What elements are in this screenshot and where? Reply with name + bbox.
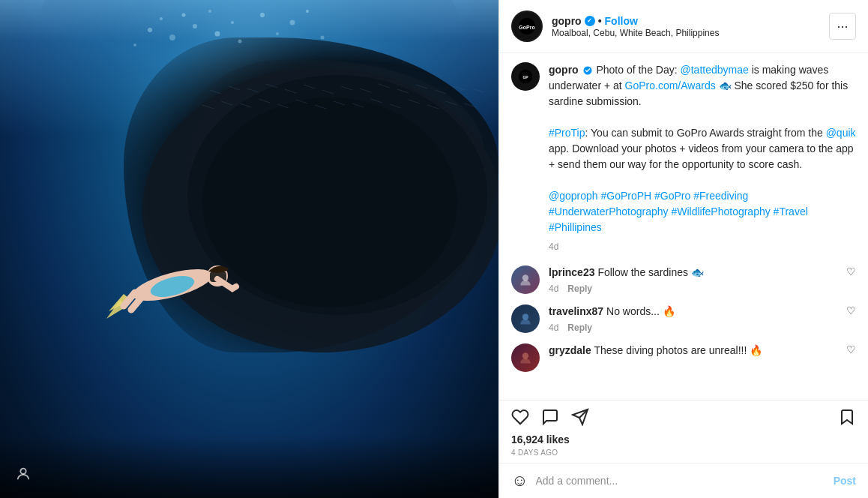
comment-username-3[interactable]: gryzdale [549,344,591,356]
profile-username[interactable]: gopro [552,15,582,27]
comment-body-1: lprince23 Follow the sardines 🐟 4d Reply [549,266,837,294]
caption-content: gopro Photo of the Day: @tattedbymae is … [549,62,856,254]
post-location: Moalboal, Cebu, White Beach, Philippines [552,28,829,38]
user-icon-2 [518,311,533,326]
caption-avatar[interactable]: GP [511,62,540,91]
comment-message-1: Follow the sardines 🐟 [597,266,704,278]
tag-people-icon[interactable] [15,466,31,487]
caption-text: Photo of the Day: [596,64,680,76]
comment-time-1: 4d [549,284,558,294]
action-bar: 16,924 likes 4 DAYS AGO [499,400,868,463]
caption-hashtag-protip[interactable]: #ProTip [549,127,585,139]
likes-count: 16,924 likes [511,434,856,446]
comment-username-2[interactable]: travelinx87 [549,305,603,317]
more-options-icon: ··· [837,19,848,34]
comment-time-2: 4d [549,322,558,333]
svg-text:GP: GP [522,75,528,80]
svg-point-62 [522,352,528,358]
comment-message-3: These diving photos are unreal!!! 🔥 [594,344,762,356]
caption-time: 4d [549,240,856,254]
add-comment-bar: ☺ Post [499,463,868,498]
caption-text-4: : You can submit to GoPro Awards straigh… [585,127,826,139]
comment-row-3: gryzdale These diving photos are unreal!… [511,344,856,372]
comment-text-3: gryzdale These diving photos are unreal!… [549,344,762,356]
bookmark-icon [838,408,856,426]
post-image [0,0,498,498]
caption-username[interactable]: gopro [549,64,579,76]
caption-link[interactable]: GoPro.com/Awards [625,80,716,92]
comment-text-2: travelinx87 No words... 🔥 [549,305,675,317]
like-comment-icon-2[interactable]: ♡ [846,304,856,316]
share-icon [571,408,589,426]
comment-text-1: lprince23 Follow the sardines 🐟 [549,266,704,278]
post-detail-panel: GoPro gopro • Follow Moalboal, Cebu, Whi… [498,0,868,498]
heart-icon [511,408,529,426]
comment-icon [541,408,559,426]
verified-badge [585,16,595,26]
svg-point-54 [20,469,25,474]
more-options-button[interactable]: ··· [829,13,856,40]
user-icon-3 [518,350,533,365]
caption-hashtags[interactable]: @goproph #GoProPH #GoPro #Freediving #Un… [549,190,808,233]
svg-text:GoPro: GoPro [519,25,534,30]
like-comment-icon-1[interactable]: ♡ [846,266,856,278]
like-comment-icon-3[interactable]: ♡ [846,344,856,356]
svg-point-60 [522,274,528,280]
profile-info: gopro • Follow Moalboal, Cebu, White Bea… [552,15,829,38]
comment-row: lprince23 Follow the sardines 🐟 4d Reply… [511,266,856,294]
post-caption: GP gopro Photo of the Day: @tattedbymae … [511,62,856,254]
comments-section: GP gopro Photo of the Day: @tattedbymae … [499,53,868,400]
like-button[interactable] [511,408,529,426]
share-button[interactable] [571,408,589,426]
profile-avatar[interactable]: GoPro [511,10,543,42]
comment-row-2: travelinx87 No words... 🔥 4d Reply ♡ [511,304,856,333]
comment-avatar-2[interactable] [511,304,540,333]
comment-body-3: gryzdale These diving photos are unreal!… [549,344,837,358]
user-icon-1 [518,272,533,287]
post-header: GoPro gopro • Follow Moalboal, Cebu, Whi… [499,0,868,53]
dot-separator: • [598,15,602,27]
post-comment-button[interactable]: Post [834,475,856,487]
bookmark-button[interactable] [838,408,856,426]
comment-avatar-3[interactable] [511,344,540,372]
caption-text-5: app. Download your photos + videos from … [549,142,854,170]
emoji-button[interactable]: ☺ [511,471,528,490]
svg-point-61 [522,314,528,320]
comment-avatar-1[interactable] [511,266,540,294]
comment-body-2: travelinx87 No words... 🔥 4d Reply [549,304,837,333]
caption-mention[interactable]: @tattedbymae [681,64,749,76]
reply-button-1[interactable]: Reply [567,284,592,294]
comment-input[interactable] [535,475,833,487]
caption-verified-badge [583,66,592,75]
comment-message-2: No words... 🔥 [606,305,675,317]
caption-quik-mention[interactable]: @quik [826,127,856,139]
post-date: 4 DAYS AGO [511,448,856,457]
comment-username-1[interactable]: lprince23 [549,266,594,278]
comment-meta-2: 4d Reply [549,322,837,333]
comment-button[interactable] [541,408,559,426]
follow-button[interactable]: Follow [605,15,638,27]
action-icons [511,408,856,426]
comment-meta-1: 4d Reply [549,284,837,294]
reply-button-2[interactable]: Reply [567,322,592,333]
